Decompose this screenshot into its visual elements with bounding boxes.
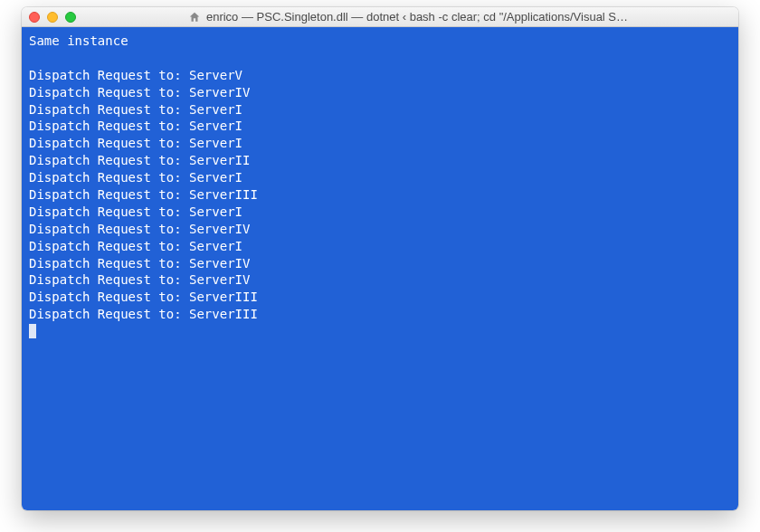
window-title-area: enrico — PSC.Singleton.dll — dotnet ‹ ba…	[85, 10, 731, 24]
terminal-line: Dispatch Request to: ServerIV	[29, 271, 731, 289]
titlebar[interactable]: enrico — PSC.Singleton.dll — dotnet ‹ ba…	[22, 7, 738, 27]
terminal-line: Dispatch Request to: ServerI	[29, 135, 731, 152]
terminal-line: Dispatch Request to: ServerI	[29, 118, 731, 135]
terminal-line: Dispatch Request to: ServerIV	[29, 84, 731, 101]
minimize-button[interactable]	[47, 12, 58, 23]
terminal-line: Dispatch Request to: ServerI	[29, 169, 731, 186]
terminal-line: Dispatch Request to: ServerIV	[29, 221, 731, 238]
terminal-line-intro: Same instance	[29, 33, 731, 50]
terminal-line: Dispatch Request to: ServerIV	[29, 255, 731, 272]
terminal-blank-line	[29, 50, 731, 67]
terminal-line: Dispatch Request to: ServerI	[29, 238, 731, 255]
terminal-line: Dispatch Request to: ServerI	[29, 204, 731, 221]
terminal-line: Dispatch Request to: ServerIII	[29, 306, 731, 323]
maximize-button[interactable]	[65, 12, 76, 23]
traffic-lights	[29, 12, 76, 23]
terminal-cursor-line	[29, 323, 731, 340]
terminal-content[interactable]: Same instance Dispatch Request to: Serve…	[22, 27, 738, 510]
window-title: enrico — PSC.Singleton.dll — dotnet ‹ ba…	[206, 10, 628, 24]
terminal-line: Dispatch Request to: ServerI	[29, 101, 731, 119]
home-icon	[188, 11, 201, 24]
terminal-line: Dispatch Request to: ServerIII	[29, 186, 731, 204]
terminal-window: enrico — PSC.Singleton.dll — dotnet ‹ ba…	[22, 7, 738, 510]
close-button[interactable]	[29, 12, 40, 23]
terminal-line: Dispatch Request to: ServerII	[29, 152, 731, 169]
terminal-line: Dispatch Request to: ServerIII	[29, 289, 731, 306]
cursor-block	[29, 324, 36, 338]
terminal-line: Dispatch Request to: ServerV	[29, 67, 731, 84]
